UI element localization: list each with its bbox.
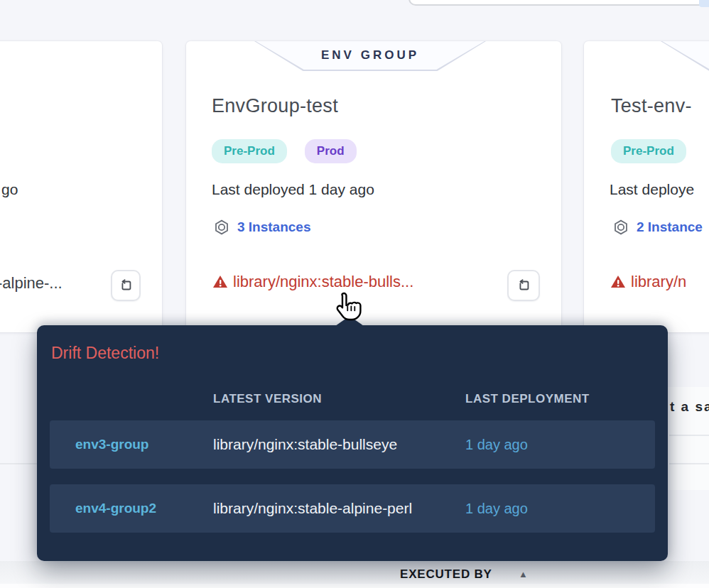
warning-icon: [212, 273, 229, 290]
background-partial-text: t a sa: [670, 399, 709, 415]
row-divider: [0, 463, 37, 464]
copy-redeploy-icon: [516, 278, 531, 293]
instances-link[interactable]: 2 Instance: [612, 219, 703, 236]
env-group-banner: ENV GROUP: [254, 41, 486, 71]
card-title: Test-env-: [611, 95, 692, 117]
table-row: env3-group library/nginx:stable-bullseye…: [50, 420, 655, 469]
sort-arrow-icon[interactable]: ▲: [519, 569, 528, 579]
env-group-banner-partial: [661, 41, 709, 71]
copy-button[interactable]: [111, 270, 141, 301]
env-name-link[interactable]: env4-group2: [75, 484, 156, 533]
last-deployed-text: go: [1, 181, 18, 198]
partial-button-corner: [699, 0, 709, 7]
badge-row: Pre-Prod Prod: [212, 139, 357, 163]
executed-by-column-header[interactable]: EXECUTED BY: [400, 567, 492, 582]
latest-version-text: library/nginx:stable-alpine-perl: [213, 484, 412, 533]
copy-button[interactable]: [507, 270, 540, 301]
instances-hexagon-icon: [612, 219, 629, 236]
last-deployment-text: 1 day ago: [465, 420, 528, 469]
partial-search-bar[interactable]: [408, 0, 708, 6]
footer-strip: [0, 584, 709, 588]
env-group-card-center[interactable]: ENV GROUP EnvGroup-test Pre-Prod Prod La…: [186, 41, 561, 332]
env-name-link[interactable]: env3-group: [75, 420, 148, 469]
image-drift-link[interactable]: library/n: [610, 273, 686, 291]
tooltip-title: Drift Detection!: [51, 344, 159, 363]
latest-version-text: library/nginx:stable-bullseye: [213, 420, 397, 469]
badge-prod: Prod: [305, 139, 357, 163]
copy-redeploy-icon: [118, 278, 134, 293]
image-tag-text: library/nginx:stable-bulls...: [233, 273, 413, 291]
env-group-card-left[interactable]: go -alpine-...: [0, 41, 162, 332]
card-title: EnvGroup-test: [212, 95, 338, 117]
image-tag-text: library/n: [631, 273, 686, 291]
warning-icon: [610, 273, 627, 290]
table-row: env4-group2 library/nginx:stable-alpine-…: [50, 484, 655, 533]
instances-label: 2 Instance: [637, 219, 703, 235]
drift-detection-tooltip: Drift Detection! LATEST VERSION LAST DEP…: [37, 325, 668, 561]
column-header-latest-version: LATEST VERSION: [213, 392, 322, 406]
row-divider: [669, 435, 709, 436]
last-deployed-text: Last deploye: [610, 181, 694, 198]
env-group-banner-label: ENV GROUP: [321, 48, 419, 62]
cursor-pointer-icon: [331, 291, 365, 328]
instances-hexagon-icon: [213, 219, 230, 236]
badge-pre-prod: Pre-Prod: [212, 139, 287, 163]
image-drift-link[interactable]: library/nginx:stable-bulls...: [212, 273, 413, 291]
image-tag-text: -alpine-...: [0, 274, 63, 293]
row-divider: [669, 463, 709, 464]
env-group-card-right[interactable]: Test-env- Pre-Prod Last deploye 2 Instan…: [584, 41, 709, 332]
badge-pre-prod: Pre-Prod: [611, 139, 686, 163]
last-deployed-text: Last deployed 1 day ago: [212, 181, 374, 198]
instances-label: 3 Instances: [237, 219, 311, 235]
column-header-last-deployment: LAST DEPLOYMENT: [465, 392, 590, 406]
last-deployment-text: 1 day ago: [465, 484, 528, 533]
badge-row: Pre-Prod: [611, 139, 686, 163]
env-groups-screen: go -alpine-... ENV GROUP EnvGroup-test P…: [0, 0, 709, 588]
instances-link[interactable]: 3 Instances: [213, 219, 311, 236]
